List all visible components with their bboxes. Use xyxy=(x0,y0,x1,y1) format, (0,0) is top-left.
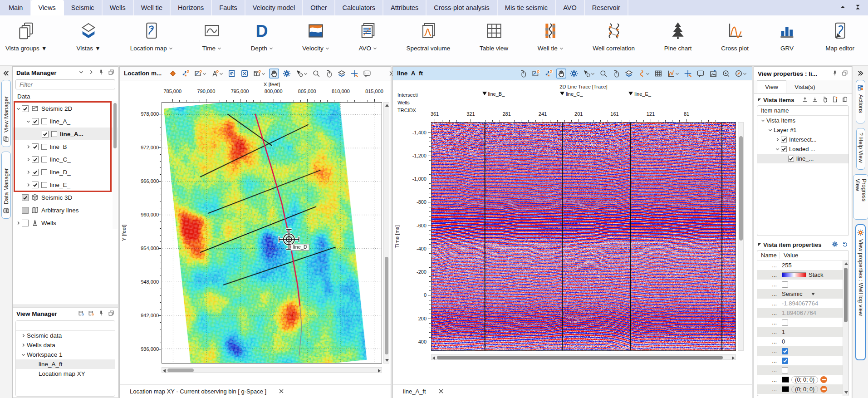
checkbox[interactable] xyxy=(42,131,49,138)
ribbon-item-vistas[interactable]: Vistas ▼ xyxy=(77,19,101,52)
scroll-down-icon[interactable] xyxy=(385,359,389,362)
data-tree-scrollbar[interactable] xyxy=(113,102,118,229)
menu-tab-wells[interactable]: Wells xyxy=(103,0,134,15)
dropdown-chevron-icon[interactable] xyxy=(169,45,173,52)
comment-tool-button[interactable] xyxy=(696,69,706,79)
undo-button[interactable] xyxy=(842,241,848,249)
view-manager-item-wells-data[interactable]: Wells data xyxy=(16,340,115,350)
expander-closed[interactable] xyxy=(15,219,22,226)
scroll-down-icon[interactable] xyxy=(844,391,848,394)
color-swatch[interactable] xyxy=(782,377,789,383)
property-value[interactable]: Seismic xyxy=(780,290,843,297)
dropdown-chevron-icon[interactable] xyxy=(591,69,595,78)
page-copy-button[interactable] xyxy=(842,96,848,104)
angle-export-button[interactable] xyxy=(210,69,224,79)
color-swatch[interactable] xyxy=(41,182,47,188)
dropdown-arrow-icon[interactable] xyxy=(811,293,815,295)
line-marker-line-b[interactable]: line_B_ xyxy=(482,91,505,97)
seismic-h-scroll-thumb[interactable] xyxy=(437,356,723,359)
data-tree-scroll-thumb[interactable] xyxy=(113,103,117,148)
checkbox[interactable] xyxy=(781,146,787,152)
vista-tree-item-line[interactable]: line_... xyxy=(757,154,848,163)
color-swatch[interactable] xyxy=(41,118,47,124)
dropdown-chevron-icon[interactable] xyxy=(646,69,650,78)
location-map-canvas[interactable] xyxy=(162,103,382,363)
checkbox[interactable] xyxy=(32,182,39,188)
tree-row-seismic-2d[interactable]: Seismic 2D xyxy=(13,102,118,115)
page-new-button[interactable] xyxy=(832,96,838,104)
view-manager-item-location-map-xy[interactable]: Location map XY xyxy=(16,369,115,378)
settings-gear-button[interactable] xyxy=(832,241,838,249)
right-tab-progress-view[interactable]: Progress View xyxy=(853,174,868,220)
property-value[interactable]: (0; 0; 0) xyxy=(780,386,843,393)
property-checkbox[interactable] xyxy=(782,358,788,364)
scroll-up-icon[interactable] xyxy=(844,262,848,265)
view-manager-item-seismic-data[interactable]: Seismic data xyxy=(16,331,115,340)
histogram-button[interactable] xyxy=(666,69,680,79)
import-down-button[interactable] xyxy=(812,96,818,104)
property-row[interactable]: ... xyxy=(757,280,843,289)
dropdown-chevron-icon[interactable] xyxy=(559,45,564,52)
checkbox[interactable] xyxy=(22,207,29,214)
properties-tab-vista-s-[interactable]: Vista(s) xyxy=(786,80,824,93)
ribbon-item-map-editor[interactable]: Map editor xyxy=(825,19,854,52)
menu-tab-well-tie[interactable]: Well tie xyxy=(134,0,171,15)
properties-scrollbar[interactable] xyxy=(843,260,848,396)
diamond-tool-button[interactable] xyxy=(168,69,178,79)
ribbon-item-spectral-volume[interactable]: Spectral volume xyxy=(407,19,451,52)
ribbon-item-cross-plot[interactable]: Cross plot xyxy=(721,19,749,52)
menu-tab-avo[interactable]: AVO xyxy=(556,0,585,15)
tree-row-line-c[interactable]: line_C_ xyxy=(13,153,118,166)
property-row[interactable]: ...Seismic xyxy=(757,289,843,299)
window-minus-button[interactable] xyxy=(88,310,94,318)
close-icon[interactable] xyxy=(439,388,443,395)
property-row[interactable]: ...(0; 0; 0) xyxy=(757,375,843,384)
compass-button[interactable] xyxy=(734,69,748,79)
layers-tool-button[interactable] xyxy=(337,69,347,79)
scroll-up-icon[interactable] xyxy=(385,104,389,107)
color-swatch[interactable] xyxy=(41,169,47,175)
ribbon-pin-icon[interactable] xyxy=(855,4,861,12)
property-row[interactable]: ...1 xyxy=(757,327,843,337)
dropdown-chevron-icon[interactable] xyxy=(217,45,221,52)
checkbox[interactable] xyxy=(32,143,39,150)
restore-button[interactable] xyxy=(842,70,848,78)
property-row[interactable]: ... xyxy=(757,346,843,356)
crosshair-tool-button[interactable] xyxy=(683,69,693,79)
ribbon-collapse-icon[interactable] xyxy=(840,4,846,12)
select-tool-button[interactable] xyxy=(582,69,596,79)
checkbox[interactable] xyxy=(32,118,39,125)
tree-row-arbitrary-lines[interactable]: Arbitrary lines xyxy=(13,204,118,216)
property-checkbox[interactable] xyxy=(782,319,788,326)
pin-button[interactable] xyxy=(832,70,838,78)
ribbon-item-vista-groups[interactable]: Vista groups ▼ xyxy=(5,19,47,52)
zoom-tool-button[interactable] xyxy=(311,69,321,79)
dropdown-chevron-icon[interactable] xyxy=(373,45,377,52)
seismic-v-scrollbar[interactable] xyxy=(738,122,744,351)
mouse-tool-button[interactable] xyxy=(822,96,828,104)
dropdown-chevron-icon[interactable] xyxy=(219,69,223,78)
map-snapshot-button[interactable] xyxy=(227,69,237,79)
points-export-button[interactable] xyxy=(181,69,191,79)
menu-tab-views[interactable]: Views xyxy=(31,0,64,15)
map-v-scrollbar[interactable] xyxy=(383,102,389,364)
property-value[interactable] xyxy=(780,358,843,364)
property-checkbox[interactable] xyxy=(782,281,788,288)
expander-open[interactable] xyxy=(774,146,781,153)
dropdown-chevron-icon[interactable] xyxy=(269,45,273,52)
pin-button[interactable] xyxy=(98,310,104,318)
chart-export-button[interactable] xyxy=(193,69,207,79)
settings-gear-button[interactable] xyxy=(282,69,292,79)
remove-icon[interactable] xyxy=(820,376,827,383)
checkbox[interactable] xyxy=(32,169,39,176)
select-tool-button[interactable] xyxy=(294,69,309,79)
property-value[interactable] xyxy=(780,348,843,354)
checkbox[interactable] xyxy=(32,156,39,163)
dropdown-chevron-icon[interactable] xyxy=(304,69,308,78)
property-row[interactable]: ... xyxy=(757,318,843,327)
scroll-left-icon[interactable] xyxy=(432,356,435,360)
collapse-right-icon[interactable] xyxy=(856,69,865,78)
zoom-tool-button[interactable] xyxy=(598,69,608,79)
wiggle-display-button[interactable] xyxy=(637,69,651,79)
expander-closed[interactable] xyxy=(20,332,27,339)
